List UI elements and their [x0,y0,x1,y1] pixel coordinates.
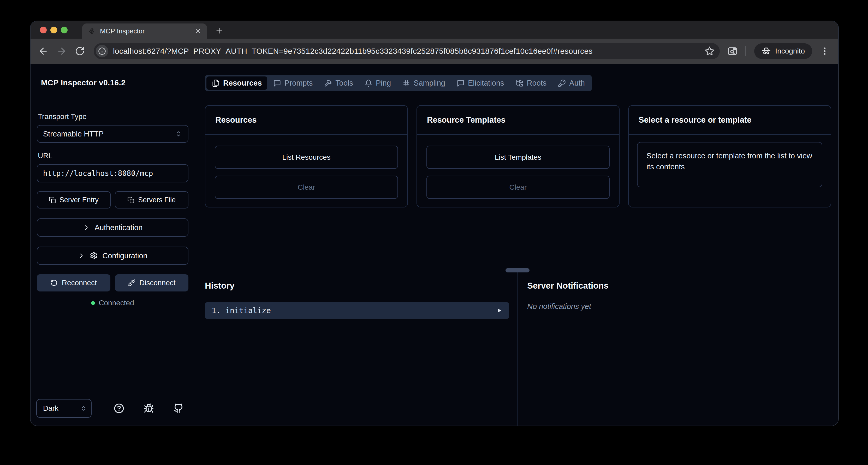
tab-elicitations[interactable]: Elicitations [451,76,510,90]
macos-window-controls [40,27,68,33]
bookmark-star-icon[interactable] [705,46,715,56]
tab-resources[interactable]: Resources [207,76,267,90]
url-label: URL [38,152,188,160]
connection-status: Connected [37,299,188,307]
minimize-window-button[interactable] [50,27,57,33]
expand-arrow-icon[interactable] [496,307,502,314]
copy-icon [49,196,56,204]
resources-card-body: List Resources Clear [206,135,407,199]
unplug-icon [128,279,135,286]
close-window-button[interactable] [40,27,47,33]
footer-icons [114,403,184,414]
new-tab-button[interactable] [214,25,225,36]
tab-label: Ping [376,79,391,87]
toolbar-divider [745,46,746,56]
disconnect-label: Disconnect [140,279,176,287]
reconnect-button[interactable]: Reconnect [37,274,111,291]
incognito-label: Incognito [775,47,805,55]
fullscreen-window-button[interactable] [61,27,68,33]
back-icon[interactable] [37,45,49,57]
mcp-logo-favicon-icon [88,27,96,35]
browser-window: MCP Inspector [31,21,838,426]
configuration-toggle[interactable]: Configuration [37,247,188,265]
tab-prompts[interactable]: Prompts [268,76,318,90]
clear-templates-button[interactable]: Clear [427,176,610,199]
authentication-toggle[interactable]: Authentication [37,218,188,237]
detail-card-header: Select a resource or template [629,106,831,135]
tab-close-icon[interactable] [193,26,203,36]
templates-card-title: Resource Templates [427,115,505,125]
configuration-label: Configuration [102,252,148,260]
tab-sampling[interactable]: Sampling [397,76,451,90]
forward-icon[interactable] [56,45,68,57]
gear-icon [90,252,98,260]
chevrons-up-down-icon [175,130,182,137]
page-content: MCP Inspector v0.16.2 Transport Type Str… [31,64,838,426]
resources-card-header: Resources [206,106,407,135]
sidebar-footer: Dark [31,391,195,426]
browser-menu-icon[interactable] [819,46,830,56]
rotate-ccw-icon [50,279,58,286]
connected-status-dot [91,301,95,305]
resource-cards-row: Resources List Resources Clear Resource … [205,105,831,208]
server-notifications-title: Server Notifications [527,281,838,291]
sidebar-body: Transport Type Streamable HTTP URL http:… [31,102,195,307]
bug-report-icon[interactable] [143,403,154,414]
history-item[interactable]: 1. initialize [205,302,509,319]
list-resources-button[interactable]: List Resources [215,146,398,169]
detail-card-title: Select a resource or template [639,115,751,125]
address-bar[interactable]: localhost:6274/?MCP_PROXY_AUTH_TOKEN=9e7… [94,43,720,59]
tab-label: Prompts [284,79,313,87]
tab-label: Auth [569,79,585,87]
history-panel: History 1. initialize [195,270,518,426]
list-templates-button[interactable]: List Templates [427,146,610,169]
files-icon [212,79,220,87]
copy-icon [127,196,134,204]
app-title: MCP Inspector v0.16.2 [41,78,126,87]
server-entry-label: Server Entry [60,196,99,204]
github-icon[interactable] [173,403,184,414]
incognito-icon [762,46,771,56]
feature-tabs-bar: Resources Prompts Tools Ping [205,75,592,91]
reload-icon[interactable] [74,45,86,57]
key-icon [558,79,566,87]
theme-value: Dark [43,404,58,412]
message-square-icon [273,79,281,87]
tab-label: Roots [527,79,547,87]
browser-tab[interactable]: MCP Inspector [82,24,207,39]
server-notifications-panel: Server Notifications No notifications ye… [518,270,838,426]
transport-type-label: Transport Type [38,113,188,121]
tab-label: Sampling [414,79,445,87]
history-item-label: 1. initialize [212,306,271,315]
server-url-input[interactable]: http://localhost:8080/mcp [37,164,188,182]
url-text[interactable]: localhost:6274/?MCP_PROXY_AUTH_TOKEN=9e7… [113,47,705,56]
tab-tools[interactable]: Tools [319,76,359,90]
hash-icon [402,79,410,87]
sidebar-header: MCP Inspector v0.16.2 [31,64,195,102]
tab-roots[interactable]: Roots [510,76,552,90]
screenshot-stage: MCP Inspector [0,0,868,465]
chevron-right-icon [83,224,90,231]
clear-resources-button[interactable]: Clear [215,176,398,199]
site-info-icon[interactable] [96,45,108,57]
main-area: Resources Prompts Tools Ping [195,64,838,426]
templates-card-header: Resource Templates [417,106,619,135]
transport-type-select[interactable]: Streamable HTTP [37,125,188,143]
help-icon[interactable] [114,403,124,414]
tab-ping[interactable]: Ping [359,76,396,90]
theme-select[interactable]: Dark [36,399,92,418]
no-notifications-message: No notifications yet [527,302,838,311]
disconnect-button[interactable]: Disconnect [115,274,189,291]
detail-placeholder-message: Select a resource or template from the l… [637,142,822,187]
resize-handle[interactable] [505,268,529,272]
servers-file-button[interactable]: Servers File [115,191,189,209]
connection-buttons-row: Reconnect Disconnect [37,274,188,291]
resources-card: Resources List Resources Clear [205,105,408,208]
copy-buttons-row: Server Entry Servers File [37,191,188,209]
tab-search-icon[interactable] [727,46,738,57]
tab-auth[interactable]: Auth [553,76,590,90]
tab-label: Elicitations [468,79,504,87]
templates-card-body: List Templates Clear [417,135,619,199]
chevrons-up-down-icon [80,405,87,412]
server-entry-button[interactable]: Server Entry [37,191,111,209]
